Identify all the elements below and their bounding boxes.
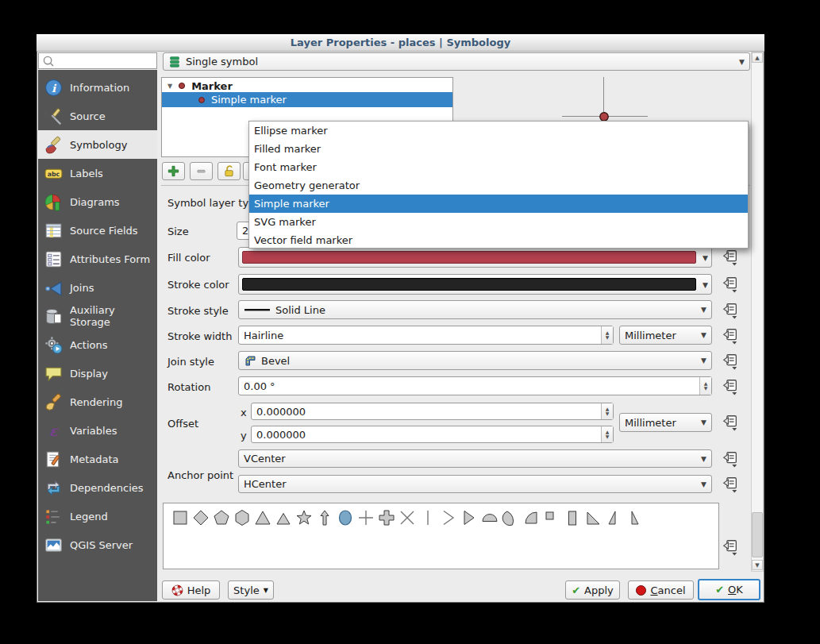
symbol-type-combobox[interactable]: Single symbol ▼ — [163, 52, 750, 71]
stroke-color-override-button[interactable] — [718, 274, 742, 295]
shape-semicircle[interactable] — [481, 509, 499, 526]
shape-third-circle[interactable] — [502, 509, 519, 526]
spinner-arrows-icon[interactable]: ▲▼ — [699, 377, 711, 395]
popup-option-filled-marker[interactable]: Filled marker — [249, 140, 748, 158]
dialog-titlebar[interactable]: Layer Properties - places | Symbology — [37, 34, 764, 52]
tree-root-label[interactable]: Marker — [191, 80, 233, 92]
popup-option-font-marker[interactable]: Font marker — [249, 158, 748, 176]
sidebar-item-symbology[interactable]: Symbology — [38, 130, 157, 159]
offset-y-spinbox[interactable]: 0.000000 ▲▼ — [251, 426, 614, 443]
sidebar-item-attributes-form[interactable]: Attributes Form — [38, 245, 157, 273]
popup-option-simple-marker[interactable]: Simple marker — [249, 195, 748, 213]
size-label: Size — [167, 226, 189, 237]
offset-override-button[interactable] — [718, 412, 742, 433]
sidebar-item-label: Actions — [70, 339, 108, 351]
popup-option-vector-field-marker[interactable]: Vector field marker — [249, 231, 748, 249]
ok-button[interactable]: ✔ OK — [698, 579, 760, 600]
shape-star[interactable] — [295, 509, 313, 526]
sidebar-item-rendering[interactable]: Rendering — [38, 388, 157, 416]
shape-override-button[interactable] — [718, 537, 742, 557]
stroke-style-combobox[interactable]: Solid Line ▼ — [238, 300, 712, 319]
spinner-arrows-icon[interactable]: ▲▼ — [601, 426, 613, 442]
shape-quarter-circle[interactable] — [522, 509, 540, 526]
sidebar-item-actions[interactable]: Actions — [38, 330, 157, 359]
cancel-button[interactable]: Cancel — [628, 580, 694, 600]
remove-symbol-layer-button[interactable] — [190, 162, 213, 180]
shape-diamond[interactable] — [192, 509, 210, 526]
add-symbol-layer-button[interactable] — [162, 162, 185, 180]
sidebar-search[interactable] — [38, 52, 157, 69]
sidebar-item-dependencies[interactable]: Dependencies — [38, 473, 157, 502]
shape-triangle[interactable] — [254, 509, 271, 526]
legend-icon — [44, 507, 63, 526]
offset-x-spinbox[interactable]: 0.000000 ▲▼ — [251, 403, 614, 420]
rotation-override-button[interactable] — [718, 376, 742, 397]
stroke-style-override-button[interactable] — [718, 300, 742, 321]
sidebar-item-display[interactable]: Display — [38, 359, 157, 388]
sidebar-item-source[interactable]: Source — [38, 102, 157, 130]
shape-line[interactable] — [419, 509, 437, 526]
rotation-spinbox[interactable]: 0.00 ° ▲▼ — [238, 376, 712, 395]
popup-option-ellipse-marker[interactable]: Ellipse marker — [249, 121, 748, 140]
scroll-down-icon[interactable]: ▼ — [752, 560, 763, 570]
data-defined-override-icon — [722, 275, 739, 294]
shape-circle[interactable] — [337, 509, 354, 526]
anchor-vertical-combobox[interactable]: VCenter ▼ — [238, 449, 712, 468]
popup-option-geometry-generator[interactable]: Geometry generator — [249, 176, 748, 195]
offset-unit-combobox[interactable]: Millimeter ▼ — [619, 413, 712, 432]
spinner-arrows-icon[interactable]: ▲▼ — [601, 403, 613, 419]
shape-arrowhead[interactable] — [440, 509, 457, 526]
sidebar-item-variables[interactable]: εVariables — [38, 416, 157, 445]
shape-cross[interactable] — [357, 509, 375, 526]
stroke-width-override-button[interactable] — [718, 326, 742, 346]
main-scrollbar[interactable] — [751, 52, 764, 572]
style-button[interactable]: Style ▼ — [228, 580, 274, 600]
shape-left-half-triangle[interactable] — [605, 509, 622, 526]
fill-color-override-button[interactable] — [718, 247, 742, 268]
shape-equilateral-triangle[interactable] — [275, 509, 292, 526]
join-style-combobox[interactable]: Bevel ▼ — [238, 351, 712, 370]
shape-cross-fill[interactable] — [378, 509, 395, 526]
sidebar-item-legend[interactable]: Legend — [38, 502, 157, 530]
scroll-up-icon[interactable]: ▲ — [752, 52, 763, 63]
tree-child-label[interactable]: Simple marker — [211, 94, 287, 106]
shape-arrow[interactable] — [316, 509, 333, 526]
data-defined-override-icon — [722, 538, 739, 557]
stroke-width-unit-combobox[interactable]: Millimeter ▼ — [619, 326, 712, 345]
sidebar-item-information[interactable]: iInformation — [38, 73, 157, 102]
tree-expander-icon[interactable]: ▼ — [167, 83, 172, 90]
actions-icon — [44, 336, 63, 354]
sidebar-item-metadata[interactable]: Metadata — [38, 445, 157, 473]
stroke-width-spinbox[interactable]: Hairline ▲▼ — [238, 326, 614, 345]
join-style-override-button[interactable] — [718, 351, 742, 372]
offset-label: Offset — [167, 418, 198, 430]
help-button[interactable]: Help — [162, 580, 220, 600]
popup-option-svg-marker[interactable]: SVG marker — [249, 213, 748, 231]
sidebar-item-qgis-server[interactable]: QGIS Server — [38, 530, 157, 559]
stroke-color-button[interactable]: ▼ — [238, 274, 712, 295]
shape-cross2[interactable] — [398, 509, 416, 526]
shape-right-half-triangle[interactable] — [626, 509, 643, 526]
data-defined-override-icon — [722, 475, 739, 494]
sidebar-item-joins[interactable]: Joins — [38, 273, 157, 302]
spinner-arrows-icon[interactable]: ▲▼ — [601, 326, 613, 344]
sidebar-item-auxiliary-storage[interactable]: Auxiliary Storage — [38, 302, 157, 330]
anchor-horizontal-override-button[interactable] — [718, 474, 742, 495]
shape-half-square[interactable] — [564, 509, 581, 526]
scrollbar-thumb[interactable] — [752, 512, 763, 557]
shape-diagonal-half-square[interactable] — [584, 509, 602, 526]
shape-pentagon[interactable] — [213, 509, 230, 526]
shape-square[interactable] — [171, 509, 189, 526]
anchor-vertical-override-button[interactable] — [718, 449, 742, 469]
sidebar-item-diagrams[interactable]: Diagrams — [38, 187, 157, 216]
fill-color-button[interactable]: ▼ — [238, 247, 712, 268]
lock-color-button[interactable] — [218, 162, 241, 180]
shape-hexagon[interactable] — [233, 509, 251, 526]
shape-quarter-square[interactable] — [543, 509, 560, 526]
anchor-horizontal-combobox[interactable]: HCenter ▼ — [238, 475, 712, 493]
apply-button[interactable]: ✔ Apply — [565, 580, 620, 600]
sidebar-item-labels[interactable]: abcLabels — [38, 159, 157, 187]
shape-filled-arrowhead[interactable] — [460, 509, 478, 526]
sidebar-item-source-fields[interactable]: Source Fields — [38, 216, 157, 245]
search-input[interactable] — [56, 55, 149, 67]
